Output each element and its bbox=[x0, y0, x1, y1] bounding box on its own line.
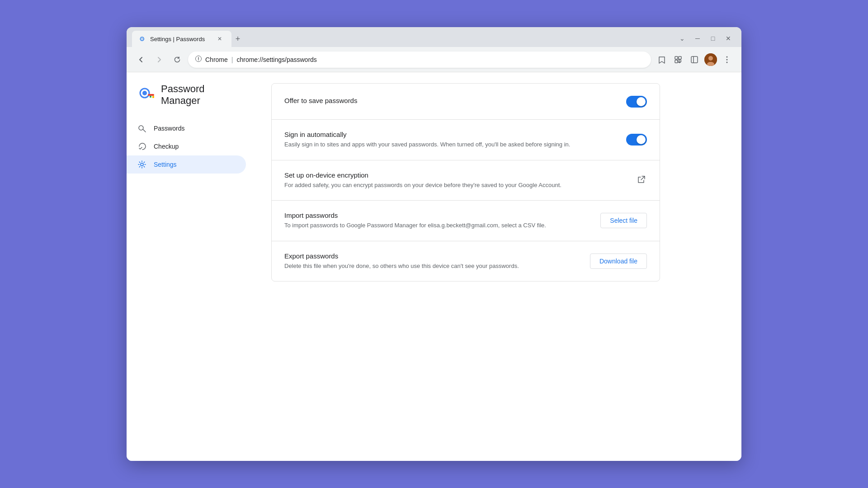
sign-in-auto-title: Sign in automatically bbox=[284, 131, 615, 138]
export-passwords-row: Export passwords Delete this file when y… bbox=[272, 241, 660, 282]
window-chevron-button[interactable]: ⌄ bbox=[676, 33, 688, 44]
import-passwords-info: Import passwords To import passwords to … bbox=[284, 211, 590, 230]
svg-point-11 bbox=[726, 61, 728, 63]
export-passwords-control: Download file bbox=[590, 253, 647, 269]
window-maximize-button[interactable]: □ bbox=[707, 33, 719, 44]
select-file-button[interactable]: Select file bbox=[600, 213, 647, 228]
sign-in-auto-info: Sign in automatically Easily sign in to … bbox=[284, 131, 615, 149]
external-link-icon[interactable] bbox=[636, 175, 647, 186]
active-tab[interactable]: ⚙ Settings | Passwords ✕ bbox=[132, 31, 231, 47]
settings-card: Offer to save passwords Sign in automati… bbox=[271, 83, 660, 282]
address-bar-chrome-label: Chrome bbox=[205, 56, 228, 63]
sidebar-item-settings[interactable]: Settings bbox=[127, 155, 246, 174]
new-tab-button[interactable]: + bbox=[231, 33, 244, 45]
offer-save-control bbox=[626, 96, 647, 108]
tab-title: Settings | Passwords bbox=[150, 36, 212, 42]
tab-favicon-icon: ⚙ bbox=[139, 35, 146, 42]
on-device-encryption-row: Set up on-device encryption For added sa… bbox=[272, 160, 660, 201]
svg-point-18 bbox=[141, 163, 143, 166]
sidebar: Password Manager Passwords bbox=[127, 72, 253, 461]
window-close-button[interactable]: ✕ bbox=[722, 33, 734, 44]
main-content: Offer to save passwords Sign in automati… bbox=[253, 72, 741, 461]
sidebar-item-checkup[interactable]: Checkup bbox=[127, 137, 246, 155]
address-bar[interactable]: Chrome | chrome://settings/passwords bbox=[188, 52, 651, 68]
nav-actions bbox=[655, 52, 734, 67]
export-passwords-desc: Delete this file when you're done, so ot… bbox=[284, 262, 579, 271]
back-button[interactable] bbox=[134, 52, 148, 67]
refresh-button[interactable] bbox=[170, 52, 184, 67]
svg-rect-16 bbox=[150, 96, 151, 98]
profile-avatar[interactable] bbox=[703, 52, 718, 67]
passwords-icon bbox=[137, 124, 146, 133]
svg-rect-15 bbox=[152, 96, 154, 98]
offer-save-row: Offer to save passwords bbox=[272, 84, 660, 120]
import-passwords-control: Select file bbox=[600, 213, 647, 228]
sidebar-item-checkup-label: Checkup bbox=[154, 143, 179, 150]
svg-point-7 bbox=[708, 56, 713, 61]
on-device-encryption-info: Set up on-device encryption For added sa… bbox=[284, 171, 625, 190]
svg-rect-14 bbox=[148, 94, 154, 96]
on-device-encryption-control bbox=[636, 175, 647, 186]
on-device-encryption-title: Set up on-device encryption bbox=[284, 171, 625, 179]
address-bar-url: chrome://settings/passwords bbox=[236, 56, 316, 63]
sidebar-toggle-button[interactable] bbox=[687, 52, 702, 67]
export-passwords-title: Export passwords bbox=[284, 252, 579, 260]
page-title-area: Password Manager bbox=[127, 83, 253, 119]
checkup-icon bbox=[137, 142, 146, 151]
svg-point-10 bbox=[726, 59, 728, 60]
avatar-image bbox=[704, 53, 717, 66]
sidebar-item-settings-label: Settings bbox=[154, 161, 177, 168]
window-controls: ⌄ ─ □ ✕ bbox=[676, 33, 736, 44]
page-title: Password Manager bbox=[161, 83, 242, 107]
export-passwords-info: Export passwords Delete this file when y… bbox=[284, 252, 579, 271]
sign-in-auto-control bbox=[626, 134, 647, 145]
svg-point-9 bbox=[726, 56, 728, 57]
sidebar-item-passwords-label: Passwords bbox=[154, 125, 184, 132]
sign-in-auto-row: Sign in automatically Easily sign in to … bbox=[272, 120, 660, 160]
password-manager-logo bbox=[137, 86, 156, 104]
sign-in-auto-toggle[interactable] bbox=[626, 134, 647, 145]
extensions-button[interactable] bbox=[671, 52, 685, 67]
window-minimize-button[interactable]: ─ bbox=[692, 33, 703, 44]
settings-icon bbox=[137, 160, 146, 169]
page-content: Password Manager Passwords bbox=[127, 72, 741, 461]
forward-button[interactable] bbox=[152, 52, 166, 67]
svg-rect-2 bbox=[679, 56, 681, 59]
svg-rect-1 bbox=[675, 56, 678, 59]
browser-window: ⚙ Settings | Passwords ✕ + ⌄ ─ □ ✕ bbox=[127, 27, 741, 461]
download-file-button[interactable]: Download file bbox=[590, 253, 647, 269]
offer-save-title: Offer to save passwords bbox=[284, 97, 615, 104]
address-bar-security-icon bbox=[195, 56, 202, 63]
nav-bar: Chrome | chrome://settings/passwords bbox=[127, 47, 741, 72]
offer-save-info: Offer to save passwords bbox=[284, 97, 615, 106]
import-passwords-row: Import passwords To import passwords to … bbox=[272, 201, 660, 241]
svg-rect-3 bbox=[675, 60, 678, 63]
bookmark-button[interactable] bbox=[655, 52, 669, 67]
sign-in-auto-desc: Easily sign in to sites and apps with yo… bbox=[284, 140, 601, 149]
address-bar-divider: | bbox=[231, 56, 233, 63]
chrome-menu-button[interactable] bbox=[720, 52, 734, 67]
on-device-encryption-desc: For added safety, you can encrypt passwo… bbox=[284, 181, 601, 190]
offer-save-toggle[interactable] bbox=[626, 96, 647, 108]
tab-bar: ⚙ Settings | Passwords ✕ + ⌄ ─ □ ✕ bbox=[127, 27, 741, 47]
import-passwords-desc: To import passwords to Google Password M… bbox=[284, 221, 590, 230]
import-passwords-title: Import passwords bbox=[284, 211, 590, 219]
svg-rect-5 bbox=[691, 56, 698, 63]
svg-point-13 bbox=[142, 91, 147, 95]
sidebar-item-passwords[interactable]: Passwords bbox=[127, 119, 246, 137]
tab-close-button[interactable]: ✕ bbox=[215, 34, 224, 43]
